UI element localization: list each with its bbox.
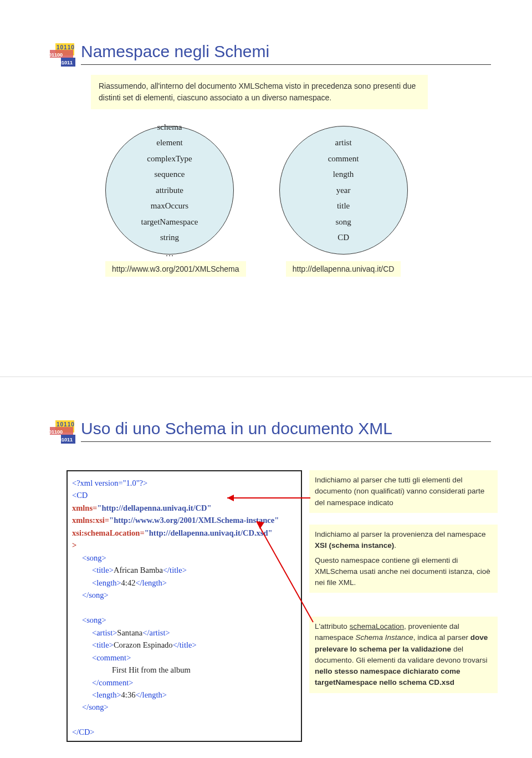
circle2-item: artist	[335, 135, 352, 151]
logo-graphic: 101100110001011	[49, 417, 76, 450]
circle2-item: comment	[328, 151, 359, 167]
code-length-close: </length>	[135, 578, 167, 587]
code-comment-close: </comment>	[92, 678, 133, 687]
code-song-open: <song>	[82, 553, 106, 562]
code-gt: >	[72, 541, 76, 550]
circle2-item: title	[337, 198, 350, 214]
intro-text: Riassumendo, all'interno del documento X…	[91, 75, 428, 109]
code-length1-text: 4:42	[121, 578, 136, 587]
circle2-item: year	[336, 182, 351, 199]
note3-a: L'attributo	[315, 622, 350, 630]
code-song-close: </song>	[82, 591, 109, 599]
note3-h: nello stesso namespace dichiarato come t…	[315, 667, 461, 686]
note1-text: Indichiamo al parser che tutti gli eleme…	[315, 476, 484, 507]
note-2: Indichiamo al parser la provenienza del …	[309, 525, 498, 593]
circle1-item: complexType	[147, 151, 192, 167]
code-xmlnsxsi-val: "http://www.w3.org/2001/XMLSchema-instan…	[109, 516, 279, 525]
circle2-item: length	[333, 166, 354, 182]
slide-1: 101100110001011 Namespace negli Schemi R…	[0, 0, 532, 377]
note3-b: schemaLocation	[350, 622, 404, 630]
circle2-item: song	[335, 214, 351, 230]
code-song-close: </song>	[82, 703, 109, 711]
slide-title: Uso di uno Schema in un documento XML	[81, 419, 491, 442]
code-title-close: </title>	[163, 566, 187, 574]
note2-text-c: .	[394, 541, 396, 550]
code-xmlns-val: "http://dellapenna.univaq.it/CD"	[97, 503, 211, 512]
logo-graphic: 101100110001011	[49, 40, 76, 73]
code-title-open: <title>	[92, 640, 114, 649]
xml-code-box: <?xml version="1.0"?> <CD xmlns="http://…	[66, 470, 302, 742]
code-title-open: <title>	[92, 566, 114, 574]
note2-text-a: Indichiamo al parser la provenienza del …	[315, 530, 485, 538]
code-title2-text: Corazon Espinado	[114, 640, 173, 649]
circle1-url: http://www.w3.org/2001/XMLSchema	[105, 261, 246, 277]
code-title-close: </title>	[173, 640, 197, 649]
circles-row: schema element complexType sequence attr…	[105, 126, 499, 277]
code-length-open: <length>	[92, 690, 121, 699]
code-song-open: <song>	[82, 615, 106, 624]
circle-user-namespace: artist comment length year title song CD	[279, 126, 408, 255]
note3-e: , indica al parser	[413, 633, 470, 642]
circle2-item: CD	[337, 230, 349, 246]
circle1-item: attribute	[156, 182, 183, 199]
circle1-item: element	[156, 135, 182, 151]
code-artist-close: </artist>	[142, 628, 170, 637]
code-schemaloc-attr: xsi:schemaLocation	[72, 528, 140, 537]
code-xmlnsxsi-attr: xmlns:xsi	[72, 516, 105, 525]
code-title1-text: African Bamba	[114, 566, 163, 574]
code-xml-decl: <?xml version="1.0"?>	[72, 479, 147, 487]
note-1: Indichiamo al parser che tutti gli eleme…	[309, 470, 498, 513]
code-length-open: <length>	[92, 578, 121, 587]
slide-title: Namespace negli Schemi	[81, 42, 491, 65]
note2-text-p2: Questo namespace contiene gli elementi d…	[315, 556, 490, 587]
code-length-close: </length>	[135, 690, 167, 699]
circle1-item: string	[160, 230, 179, 246]
circle1-item: schema	[157, 119, 182, 135]
code-artist-text: Santana	[117, 628, 142, 637]
circle1-item: maxOccurs	[151, 198, 188, 214]
code-comment-open: <comment>	[92, 653, 131, 662]
code-comment-text: First Hit from the album	[112, 665, 191, 674]
circle-1-group: schema element complexType sequence attr…	[105, 126, 246, 277]
circle1-item: targetNamespace	[141, 214, 198, 230]
slide-2: 101100110001011 Uso di uno Schema in un …	[0, 377, 532, 758]
code-length2-text: 4:36	[121, 690, 136, 699]
code-cd-open: <CD	[72, 491, 88, 500]
circle1-item: sequence	[155, 166, 185, 182]
code-xmlns-attr: xmlns	[72, 503, 93, 512]
code-artist-open: <artist>	[92, 628, 117, 637]
circle1-item: …	[166, 246, 174, 262]
code-cd-close: </CD>	[72, 728, 95, 736]
note3-d: Schema Instance	[356, 633, 413, 642]
code-schemaloc-val: "http://dellapenna.univaq.it/CD.xsd"	[145, 528, 273, 537]
note-3: L'attributo schemaLocation, proveniente …	[309, 617, 498, 693]
circle2-url: http://dellapenna.univaq.it/CD	[286, 261, 401, 277]
circle-schema-namespace: schema element complexType sequence attr…	[105, 126, 234, 255]
circle-2-group: artist comment length year title song CD…	[279, 126, 408, 277]
note2-text-b: XSI (schema instance)	[315, 541, 394, 550]
